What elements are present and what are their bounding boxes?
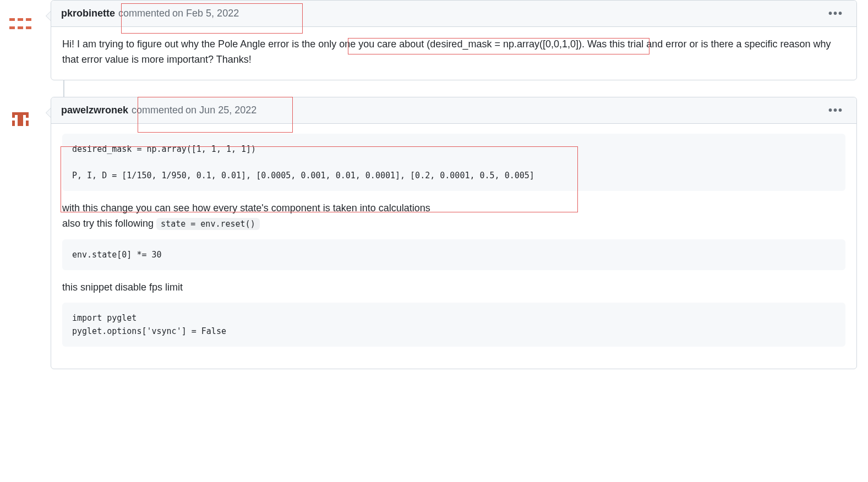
comment-author[interactable]: pawelzwronek — [61, 105, 128, 116]
comment-item: pawelzwronek commented on Jun 25, 2022 •… — [0, 97, 868, 370]
avatar[interactable] — [7, 10, 34, 37]
comment-text: this snippet disable fps limit — [62, 280, 845, 295]
svg-rect-6 — [26, 26, 31, 29]
svg-rect-12 — [18, 118, 23, 126]
svg-rect-3 — [26, 18, 31, 21]
text-line: with this change you can see how every s… — [62, 202, 430, 213]
inline-code: state = env.reset() — [156, 218, 260, 230]
comment-arrow — [46, 11, 51, 21]
code-block: desired_mask = np.array([1, 1, 1, 1]) P,… — [62, 134, 845, 191]
avatar[interactable] — [7, 107, 34, 134]
svg-rect-2 — [18, 18, 23, 21]
comment-header: pkrobinette commented on Feb 5, 2022 ••• — [51, 1, 856, 27]
comment-author[interactable]: pkrobinette — [61, 8, 115, 19]
comment-box: pkrobinette commented on Feb 5, 2022 •••… — [51, 0, 857, 80]
svg-rect-5 — [18, 26, 23, 29]
kebab-icon[interactable]: ••• — [825, 104, 847, 117]
svg-rect-11 — [18, 115, 23, 118]
svg-rect-1 — [9, 18, 15, 21]
text-line: also try this following — [62, 218, 156, 229]
comment-body: desired_mask = np.array([1, 1, 1, 1]) P,… — [51, 124, 856, 369]
svg-rect-10 — [26, 115, 29, 118]
comment-arrow — [46, 108, 51, 118]
commented-label: commented — [118, 8, 170, 19]
comment-timestamp[interactable]: on Jun 25, 2022 — [185, 105, 256, 116]
commented-label: commented — [132, 105, 183, 116]
comment-timestamp[interactable]: on Feb 5, 2022 — [172, 8, 239, 19]
comment-box: pawelzwronek commented on Jun 25, 2022 •… — [51, 97, 857, 370]
code-block: import pyglet pyglet.options['vsync'] = … — [62, 303, 845, 347]
svg-rect-14 — [26, 121, 29, 126]
comment-body: Hi! I am trying to figure out why the Po… — [51, 27, 856, 80]
svg-rect-13 — [12, 121, 15, 126]
comment-item: pkrobinette commented on Feb 5, 2022 •••… — [0, 0, 868, 80]
kebab-icon[interactable]: ••• — [825, 7, 847, 20]
comment-text: with this change you can see how every s… — [62, 201, 845, 232]
svg-rect-0 — [7, 10, 34, 37]
svg-rect-8 — [12, 112, 29, 115]
code-block: env.state[0] *= 30 — [62, 239, 845, 270]
comment-text: Hi! I am trying to figure out why the Po… — [62, 37, 845, 68]
svg-rect-9 — [12, 115, 15, 118]
svg-rect-4 — [9, 26, 15, 29]
comment-header: pawelzwronek commented on Jun 25, 2022 •… — [51, 97, 856, 124]
